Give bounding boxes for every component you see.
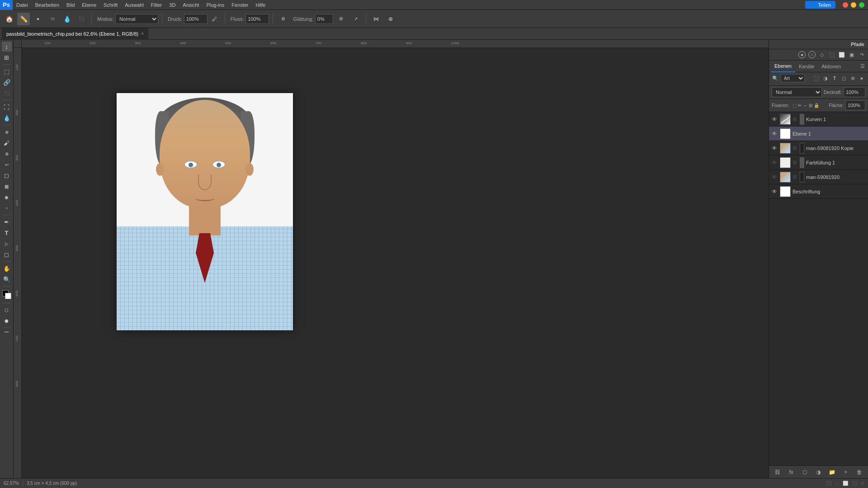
layer-icon-7[interactable]: ↷ xyxy=(858,51,865,58)
home-button[interactable]: 🏠 xyxy=(3,13,15,25)
stamp-tool[interactable]: ⊕ xyxy=(2,149,12,159)
status-icon-1[interactable]: ⬛ xyxy=(826,481,831,486)
layer-item-farbfullung[interactable]: 👁 ⛓ Farbfüllung 1 xyxy=(769,155,868,170)
layer-visibility-farbfullung[interactable]: 👁 xyxy=(771,160,778,166)
layer-item-kurven1[interactable]: 👁 ⛓ Kurven 1 xyxy=(769,112,868,127)
adjustment-button[interactable]: ◑ xyxy=(814,468,822,476)
menu-ebene[interactable]: Ebene xyxy=(78,0,100,10)
status-icon-3[interactable]: ⬜ xyxy=(843,481,848,486)
group-button[interactable]: 📁 xyxy=(828,468,836,476)
modus-select[interactable]: Normal Auflösen Multiplizieren xyxy=(115,14,158,24)
opacity-input[interactable] xyxy=(844,87,865,97)
artboard-tool[interactable]: ⊞ xyxy=(2,52,12,62)
layer-visibility-ebene1[interactable]: 👁 xyxy=(771,131,778,137)
mask-mode[interactable]: ⬡ xyxy=(2,305,12,315)
path-select-tool[interactable]: ▷ xyxy=(2,239,12,249)
menu-filter[interactable]: Filter xyxy=(147,0,165,10)
layer-style-button[interactable]: fx xyxy=(787,468,795,476)
status-icon-4[interactable]: ⬛ xyxy=(852,481,857,486)
window-minimize-button[interactable] xyxy=(851,2,856,8)
fluss-input[interactable] xyxy=(245,14,269,24)
new-layer-button[interactable]: + xyxy=(842,468,850,476)
filter-smart-icon[interactable]: ⊕ xyxy=(849,75,856,82)
lock-transparent-icon[interactable]: ⬚ xyxy=(793,103,797,108)
brush-tool-left[interactable]: 🖌 xyxy=(2,138,12,148)
menu-ansicht[interactable]: Ansicht xyxy=(179,0,203,10)
menu-bild[interactable]: Bild xyxy=(63,0,78,10)
layer-mask-button[interactable]: ⬡ xyxy=(801,468,809,476)
layer-icon-3[interactable]: ◇ xyxy=(818,51,826,58)
layer-icon-6[interactable]: ▣ xyxy=(848,51,855,58)
menu-3d[interactable]: 3D xyxy=(165,0,179,10)
brush-tool[interactable]: ✏️ xyxy=(17,13,30,25)
panel-menu-icon[interactable]: ☰ xyxy=(859,63,866,70)
crop-tool[interactable]: ⛶ xyxy=(2,102,12,112)
layer-visibility-beschriftung[interactable]: 👁 xyxy=(771,188,778,195)
status-icon-5[interactable]: ⊞ xyxy=(861,481,864,486)
lasso-tool[interactable]: 🔗 xyxy=(2,77,12,87)
tab-kanale[interactable]: Kanäle xyxy=(795,61,818,72)
menu-bearbeiten[interactable]: Bearbeiten xyxy=(32,0,63,10)
dodge-tool[interactable]: ○ xyxy=(2,203,12,213)
smoothing-options[interactable]: ⚙ xyxy=(335,13,348,25)
angle-icon[interactable]: ↗ xyxy=(349,13,362,25)
menu-hilfe[interactable]: Hilfe xyxy=(252,0,269,10)
filter-adj-icon[interactable]: ◑ xyxy=(822,75,829,82)
menu-auswahl[interactable]: Auswahl xyxy=(121,0,147,10)
canvas-area[interactable]: 100 200 300 400 500 600 700 800 900 1000… xyxy=(14,40,769,478)
zoom-tool[interactable]: 🔍 xyxy=(2,274,12,284)
eyedropper-tool[interactable]: 💧 xyxy=(2,113,12,123)
object-select-tool[interactable]: ⬛ xyxy=(2,88,12,98)
layer-visibility-man[interactable]: 👁 xyxy=(771,174,778,180)
layer-item-beschriftung[interactable]: 👁 Beschriftung xyxy=(769,184,868,199)
airbrush-toggle[interactable]: 💧 xyxy=(61,13,73,25)
eraser-tool[interactable]: ◻ xyxy=(2,170,12,180)
tablet-pressure[interactable]: ⬛ xyxy=(75,13,88,25)
shape-tool[interactable]: ◻ xyxy=(2,249,12,259)
layer-item-man[interactable]: 👁 ⛓ man-59081920 xyxy=(769,170,868,184)
filter-pixel-icon[interactable]: ⬛ xyxy=(813,75,820,82)
menu-plugins[interactable]: Plug-ins xyxy=(203,0,228,10)
blur-tool[interactable]: ◉ xyxy=(2,192,12,202)
canvas-content[interactable] xyxy=(22,48,769,478)
hand-tool[interactable]: ✋ xyxy=(2,263,12,273)
status-icon-2[interactable]: ◱ xyxy=(835,481,839,486)
symmetry-icon[interactable]: ⋈ xyxy=(370,13,382,25)
lock-brush-icon[interactable]: ✏ xyxy=(798,103,802,108)
smoothing-icon[interactable]: ⚙ xyxy=(277,13,289,25)
tab-aktionen[interactable]: Aktionen xyxy=(818,61,844,72)
brush-shape[interactable]: ● xyxy=(32,13,44,25)
menu-fenster[interactable]: Fenster xyxy=(228,0,252,10)
heal-tool[interactable]: ⊕ xyxy=(2,127,12,137)
flache-input[interactable] xyxy=(845,100,865,110)
more-tools[interactable]: ••• xyxy=(5,330,9,334)
layer-icon-5[interactable]: ⬜ xyxy=(838,51,845,58)
color-swatches[interactable] xyxy=(2,290,11,299)
background-color[interactable] xyxy=(5,293,11,299)
blend-mode-select[interactable]: Normal xyxy=(772,87,822,97)
druck-input[interactable] xyxy=(184,14,208,24)
menu-schrift[interactable]: Schrift xyxy=(100,0,121,10)
type-tool[interactable]: T xyxy=(2,228,12,238)
lock-all-icon[interactable]: 🔒 xyxy=(814,103,819,108)
pen-tool[interactable]: ✒ xyxy=(2,217,12,227)
tab-close-button[interactable]: × xyxy=(141,31,144,36)
delete-layer-button[interactable]: 🗑 xyxy=(855,468,863,476)
marquee-tool[interactable]: ⬚ xyxy=(2,66,12,76)
menu-datei[interactable]: Datei xyxy=(13,0,32,10)
screen-mode[interactable]: ⬢ xyxy=(2,316,12,326)
document-tab[interactable]: passbild_biometrisch_chip.psd bei 62,6% … xyxy=(2,28,149,40)
gradient-tool[interactable]: ▦ xyxy=(2,181,12,191)
extra-icon[interactable]: ⊕ xyxy=(384,13,397,25)
lock-position-icon[interactable]: ↔ xyxy=(803,103,807,108)
layer-visibility-kurven1[interactable]: 👁 xyxy=(771,116,778,122)
link-layers-button[interactable]: ⛓ xyxy=(774,468,782,476)
share-button[interactable]: 👤 Teilen xyxy=(805,1,835,9)
layer-item-ebene1[interactable]: 👁 Ebene 1 xyxy=(769,127,868,141)
tab-ebenen[interactable]: Ebenen xyxy=(771,61,795,72)
filter-type-select[interactable]: Art Name xyxy=(781,74,805,82)
layer-item-man-copy[interactable]: 👁 ⛓ man-59081920 Kopie xyxy=(769,141,868,155)
lock-artboard-icon[interactable]: ⊞ xyxy=(809,103,812,108)
filter-shape-icon[interactable]: ◻ xyxy=(840,75,847,82)
history-brush-tool[interactable]: ↩ xyxy=(2,160,12,169)
